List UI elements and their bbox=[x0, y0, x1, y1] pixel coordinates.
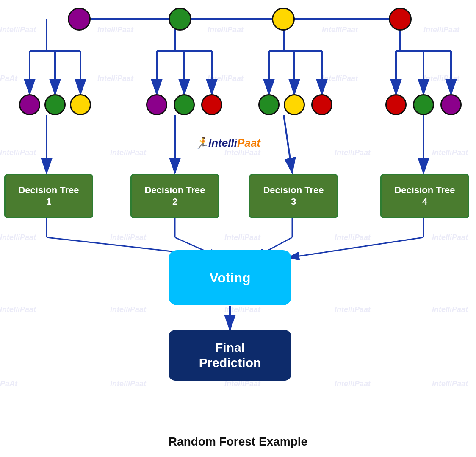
intellipaat-logo: 🏃IntelliPaat bbox=[195, 137, 260, 150]
decision-tree-4-box: Decision Tree 4 bbox=[380, 174, 469, 218]
top-circle-yellow bbox=[272, 8, 295, 31]
svg-line-33 bbox=[288, 237, 423, 258]
watermark: IntelliPaat bbox=[0, 25, 36, 34]
dt4-label: Decision Tree bbox=[394, 185, 455, 196]
l1-circle-dt4-green bbox=[413, 94, 434, 115]
l1-circle-dt2-red bbox=[201, 94, 222, 115]
watermark: IntelliPaat bbox=[322, 74, 358, 83]
watermark: PaAt bbox=[0, 379, 17, 388]
intelli-text: 🏃Intelli bbox=[195, 137, 237, 149]
watermark: IntelliPaat bbox=[432, 233, 468, 242]
watermark: IntelliPaat bbox=[335, 379, 371, 388]
arrows-svg bbox=[0, 0, 476, 457]
l1-circle-dt3-yellow bbox=[284, 94, 305, 115]
voting-label: Voting bbox=[209, 270, 250, 286]
decision-tree-2-box: Decision Tree 2 bbox=[130, 174, 219, 218]
watermark: IntelliPaat bbox=[0, 233, 36, 242]
l1-circle-dt1-purple bbox=[19, 94, 40, 115]
l1-circle-dt2-purple bbox=[146, 94, 167, 115]
dt2-label: Decision Tree bbox=[144, 185, 205, 196]
watermark: IntelliPaat bbox=[224, 233, 260, 242]
l1-circle-dt4-purple bbox=[440, 94, 462, 115]
watermark: IntelliPaat bbox=[432, 305, 468, 314]
watermark: IntelliPaat bbox=[335, 233, 371, 242]
l1-circle-dt1-green bbox=[44, 94, 66, 115]
voting-box: Voting bbox=[169, 250, 291, 305]
watermark: IntelliPaat bbox=[110, 379, 146, 388]
watermark: IntelliPaat bbox=[432, 148, 468, 157]
watermark: IntelliPaat bbox=[0, 305, 36, 314]
top-circle-green bbox=[169, 8, 191, 31]
watermark: IntelliPaat bbox=[432, 379, 468, 388]
final-prediction-box: Final Prediction bbox=[169, 330, 291, 381]
watermark: IntelliPaat bbox=[97, 25, 133, 34]
decision-tree-3-box: Decision Tree 3 bbox=[249, 174, 338, 218]
dt3-label: Decision Tree bbox=[263, 185, 324, 196]
paat-text: Paat bbox=[237, 137, 260, 149]
watermark: IntelliPaat bbox=[224, 305, 260, 314]
top-circle-red bbox=[389, 8, 412, 31]
watermark: IntelliPaat bbox=[208, 74, 244, 83]
l1-circle-dt3-red bbox=[311, 94, 332, 115]
watermark: IntelliPaat bbox=[335, 305, 371, 314]
l1-circle-dt1-yellow bbox=[70, 94, 91, 115]
decision-tree-1-box: Decision Tree 1 bbox=[4, 174, 93, 218]
top-circle-purple bbox=[68, 8, 91, 31]
final-prediction-text: Final Prediction bbox=[199, 340, 261, 371]
dt1-label: Decision Tree bbox=[18, 185, 79, 196]
l1-circle-dt2-green bbox=[174, 94, 195, 115]
watermark: IntelliPaat bbox=[0, 148, 36, 157]
dt2-number: 2 bbox=[172, 196, 177, 207]
watermark: IntelliPaat bbox=[335, 148, 371, 157]
watermark: IntelliPaat bbox=[110, 233, 146, 242]
svg-line-24 bbox=[284, 115, 292, 173]
watermark: IntelliPaat bbox=[224, 379, 260, 388]
dt4-number: 4 bbox=[422, 196, 427, 207]
bottom-label: Random Forest Example bbox=[0, 435, 476, 449]
diagram-container: IntelliPaat IntelliPaat IntelliPaat Inte… bbox=[0, 0, 476, 457]
watermark: IntelliPaat bbox=[97, 74, 133, 83]
watermark: IntelliPaat bbox=[423, 25, 459, 34]
watermark: IntelliPaat bbox=[423, 74, 459, 83]
l1-circle-dt4-red bbox=[385, 94, 407, 115]
watermark: PaAt bbox=[0, 74, 17, 83]
watermark: IntelliPaat bbox=[110, 305, 146, 314]
watermark: IntelliPaat bbox=[208, 25, 244, 34]
watermark: IntelliPaat bbox=[110, 148, 146, 157]
watermark: IntelliPaat bbox=[322, 25, 358, 34]
dt1-number: 1 bbox=[46, 196, 51, 207]
dt3-number: 3 bbox=[291, 196, 296, 207]
l1-circle-dt3-green bbox=[258, 94, 280, 115]
watermark: IntelliPaat bbox=[224, 148, 260, 157]
